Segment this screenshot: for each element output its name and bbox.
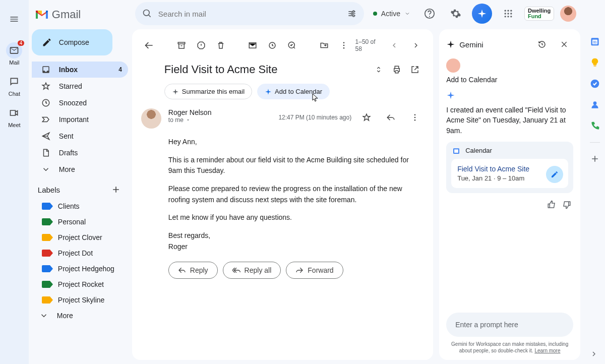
contacts-app-icon[interactable] bbox=[590, 100, 600, 110]
rail-chat[interactable]: Chat bbox=[0, 71, 28, 100]
label-tag-icon bbox=[42, 250, 50, 257]
message-more-button[interactable] bbox=[406, 108, 424, 127]
add-to-calendar-chip[interactable]: Add to Calendar bbox=[257, 84, 330, 99]
move-to-button[interactable] bbox=[316, 36, 332, 54]
open-new-window-button[interactable] bbox=[406, 60, 424, 79]
prompt-input[interactable]: Enter a prompt here bbox=[446, 313, 573, 337]
expand-button[interactable] bbox=[370, 60, 388, 79]
label-item[interactable]: Project Dot bbox=[32, 246, 128, 261]
thumbs-up-button[interactable] bbox=[547, 200, 556, 209]
voice-app-icon[interactable] bbox=[590, 121, 600, 131]
mark-unread-button[interactable] bbox=[245, 36, 261, 54]
gemini-response: I created an event called "Field Visit t… bbox=[446, 105, 573, 136]
add-task-button[interactable] bbox=[284, 36, 300, 54]
calendar-card[interactable]: Calendar Field Visit to Acme Site Tue, J… bbox=[446, 142, 573, 193]
spark-icon bbox=[446, 40, 455, 49]
history-button[interactable] bbox=[533, 35, 551, 53]
status-dot-icon bbox=[373, 12, 377, 16]
svg-point-14 bbox=[510, 16, 512, 17]
gemini-button[interactable] bbox=[472, 4, 492, 24]
collapse-panel-button[interactable] bbox=[589, 349, 599, 359]
nav-drafts[interactable]: Drafts bbox=[32, 145, 128, 161]
reply-icon-button[interactable] bbox=[382, 108, 400, 127]
edit-event-button[interactable] bbox=[546, 166, 563, 183]
nav-snoozed[interactable]: Snoozed bbox=[32, 95, 128, 111]
svg-point-23 bbox=[414, 119, 416, 121]
apps-button[interactable] bbox=[498, 4, 518, 24]
labels-more[interactable]: More bbox=[29, 308, 128, 324]
mail-badge: 4 bbox=[18, 40, 25, 46]
nav-important[interactable]: Important bbox=[32, 111, 128, 128]
label-item[interactable]: Project Clover bbox=[32, 230, 128, 245]
forward-icon bbox=[295, 266, 304, 274]
rail-meet[interactable]: Meet bbox=[0, 102, 28, 131]
search-input[interactable] bbox=[158, 10, 341, 18]
sender-to[interactable]: to me bbox=[168, 116, 212, 124]
rail-mail[interactable]: 4 Mail bbox=[0, 39, 28, 69]
label-tag-icon bbox=[42, 218, 50, 225]
chevron-down-icon bbox=[39, 311, 49, 320]
reply-all-button[interactable]: Reply all bbox=[223, 262, 281, 279]
chevron-down-icon bbox=[41, 165, 51, 174]
org-chip: DwellingFund bbox=[524, 7, 554, 21]
chat-icon bbox=[6, 74, 22, 90]
calendar-icon bbox=[452, 147, 460, 155]
spark-icon bbox=[477, 9, 487, 19]
keep-app-icon[interactable] bbox=[590, 57, 600, 68]
search-options-icon[interactable] bbox=[347, 9, 357, 19]
svg-rect-25 bbox=[454, 149, 458, 153]
snooze-button[interactable] bbox=[264, 36, 281, 54]
tasks-app-icon[interactable] bbox=[590, 79, 600, 89]
delete-button[interactable] bbox=[212, 36, 229, 54]
svg-point-22 bbox=[414, 117, 416, 118]
spam-button[interactable] bbox=[193, 36, 209, 54]
summarize-chip[interactable]: Summarize this email bbox=[164, 84, 252, 99]
reply-button[interactable]: Reply bbox=[168, 262, 218, 279]
forward-button[interactable]: Forward bbox=[286, 262, 343, 279]
svg-point-12 bbox=[504, 16, 506, 17]
print-button[interactable] bbox=[388, 60, 406, 79]
svg-text:31: 31 bbox=[593, 40, 597, 44]
label-item[interactable]: Personal bbox=[32, 214, 128, 229]
add-label-button[interactable] bbox=[111, 185, 121, 195]
next-page-button[interactable] bbox=[408, 36, 425, 54]
settings-button[interactable] bbox=[446, 4, 466, 24]
thumbs-down-button[interactable] bbox=[562, 200, 571, 209]
label-item[interactable]: Project Skyline bbox=[32, 292, 128, 308]
nav-more[interactable]: More bbox=[32, 161, 128, 177]
compose-button[interactable]: Compose bbox=[32, 29, 112, 55]
more-button[interactable] bbox=[335, 36, 352, 54]
main-menu-button[interactable] bbox=[4, 9, 24, 29]
archive-button[interactable] bbox=[173, 36, 190, 54]
prev-page-button[interactable] bbox=[386, 36, 403, 54]
learn-more-link[interactable]: Learn more bbox=[534, 348, 560, 353]
back-button[interactable] bbox=[141, 36, 158, 54]
account-avatar[interactable] bbox=[560, 6, 576, 22]
pager-text: 1–50 of 58 bbox=[355, 38, 381, 52]
search-bar[interactable] bbox=[135, 2, 364, 25]
email-body: Hey Ann, This is a reminder about our fi… bbox=[141, 131, 424, 262]
label-item[interactable]: Clients bbox=[32, 199, 128, 214]
label-item[interactable]: Project Rocket bbox=[32, 277, 128, 292]
close-panel-button[interactable] bbox=[555, 35, 573, 53]
pencil-icon bbox=[42, 37, 52, 47]
status-chip[interactable]: Active bbox=[370, 10, 413, 18]
nav-inbox[interactable]: Inbox 4 bbox=[32, 62, 128, 78]
search-icon bbox=[142, 9, 152, 19]
svg-point-9 bbox=[504, 13, 506, 14]
svg-point-4 bbox=[352, 15, 354, 17]
star-message-button[interactable] bbox=[357, 108, 376, 127]
gmail-logo-icon bbox=[35, 9, 49, 20]
label-item[interactable]: Project Hedgehog bbox=[32, 261, 128, 276]
calendar-app-icon[interactable]: 31 bbox=[590, 36, 600, 46]
email-subject: Field Visit to Acme Site bbox=[164, 63, 370, 76]
svg-point-1 bbox=[143, 10, 149, 16]
svg-point-2 bbox=[352, 11, 354, 12]
support-button[interactable] bbox=[419, 4, 440, 24]
nav-starred[interactable]: Starred bbox=[32, 78, 128, 94]
gemini-spark-icon bbox=[446, 91, 573, 100]
add-addon-button[interactable] bbox=[590, 154, 600, 164]
svg-rect-29 bbox=[593, 66, 596, 67]
svg-point-18 bbox=[343, 42, 345, 43]
nav-sent[interactable]: Sent bbox=[32, 128, 128, 144]
